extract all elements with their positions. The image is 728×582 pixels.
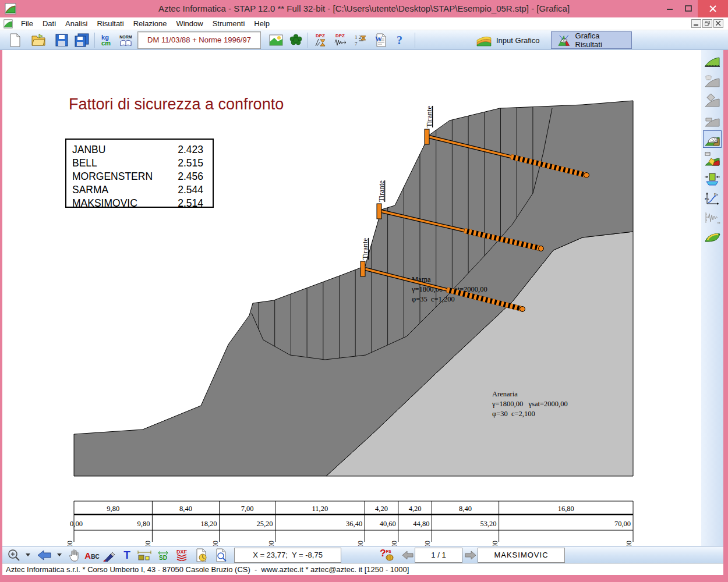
result-row: SARMA2.544 — [72, 183, 203, 197]
method-name: MORGENSTERN — [72, 170, 153, 183]
water-icon — [704, 113, 720, 127]
back-arrow-icon — [37, 549, 52, 562]
units-button[interactable]: kgcm — [98, 33, 114, 48]
menu-item-help[interactable]: Help — [249, 17, 274, 30]
critical-surface-icon — [704, 230, 720, 244]
minimize-button[interactable] — [660, 0, 679, 17]
menu-item-strumenti[interactable]: Strumenti — [208, 17, 250, 30]
menu-item-dati[interactable]: Dati — [38, 17, 61, 30]
result-row: BELL2.515 — [72, 157, 203, 170]
font-icon: ABC — [84, 551, 99, 560]
stratigraphy-icon — [704, 74, 720, 88]
soil-label-props: γ=1800,00 γsat=2000,00 — [492, 400, 568, 408]
grafica-risultati-icon — [557, 34, 571, 47]
view-ea-fs-diagram-button[interactable]: Ea Fs — [703, 190, 722, 207]
view-loads-button[interactable] — [703, 92, 722, 109]
ruler-tick-label: ,00 — [211, 541, 220, 546]
ruler-width-label: 9,80 — [107, 505, 119, 513]
fs-query-button[interactable]: ?FS — [379, 548, 395, 563]
save-all-button[interactable] — [74, 33, 90, 48]
new-file-button[interactable] — [7, 33, 23, 48]
view-water-button[interactable] — [703, 112, 722, 129]
dpz-static-button[interactable]: DPZ — [312, 33, 328, 48]
view-stratigraphy-button[interactable] — [703, 72, 722, 90]
svg-text:W: W — [375, 35, 382, 43]
open-folder-icon — [31, 33, 46, 47]
text-button[interactable]: T — [119, 548, 135, 563]
fs-query-icon: ?FS — [380, 549, 393, 561]
view-slices-button[interactable] — [703, 150, 722, 168]
pan-button[interactable] — [66, 548, 83, 563]
image-export-button[interactable] — [268, 33, 284, 48]
norm-button[interactable]: NORM — [118, 33, 134, 48]
loads-icon — [704, 94, 720, 108]
save-button[interactable] — [54, 33, 70, 48]
menu-item-analisi[interactable]: Analisi — [61, 17, 92, 30]
text-icon: T — [123, 549, 130, 562]
mdi-window-controls — [691, 19, 723, 28]
anchor-tip — [520, 307, 525, 312]
mdi-minimize-button[interactable] — [691, 19, 701, 28]
calc-options-button[interactable]: 1 2 7 — [353, 33, 369, 48]
mdi-restore-button[interactable] — [702, 19, 712, 28]
grafica-risultati-button[interactable]: Grafica Risultati — [551, 31, 632, 49]
safety-factors-table: JANBU2.423BELL2.515MORGENSTERN2.456SARMA… — [65, 139, 214, 208]
view-slip-surface-button[interactable] — [703, 130, 722, 148]
back-view-dropdown[interactable] — [57, 553, 62, 556]
sd-icon: SD — [158, 551, 168, 560]
next-surface-button[interactable] — [462, 548, 479, 563]
tirante-label: Tirante — [377, 180, 386, 202]
open-file-button[interactable] — [30, 33, 47, 48]
dimension-button[interactable] — [136, 548, 153, 563]
menu-item-relazione[interactable]: Relazione — [129, 17, 172, 30]
grafica-risultati-label: Grafica Risultati — [575, 31, 625, 49]
safety-factor-value: 2.456 — [178, 170, 203, 183]
font-button[interactable]: ABC — [84, 548, 100, 563]
ruler-tick-label: ,00 — [390, 541, 398, 546]
save-all-icon — [75, 33, 90, 47]
help-button[interactable]: ? — [391, 33, 408, 48]
zoom-dropdown[interactable] — [26, 553, 30, 556]
view-profile-button[interactable] — [703, 52, 722, 70]
result-row: JANBU2.423 — [72, 143, 203, 157]
input-grafico-icon — [476, 34, 492, 47]
input-grafico-button[interactable]: Input Grafico — [471, 31, 545, 49]
view-critical-surface-button[interactable] — [703, 228, 722, 246]
vegetation-button[interactable] — [288, 33, 304, 48]
ruler-tick-label: ,00 — [66, 541, 74, 546]
view-seismic-button[interactable] — [703, 210, 722, 227]
maximize-button[interactable] — [679, 0, 698, 17]
close-button[interactable] — [698, 0, 728, 17]
right-toolbar: Ea Fs — [701, 50, 723, 546]
anchor-tip — [584, 173, 589, 178]
ruler-cumulative-label: 0,00 — [70, 520, 83, 528]
ruler-cumulative-label: 53,20 — [480, 520, 496, 528]
ruler-cumulative-label: 25,20 — [256, 520, 273, 528]
print-setup-button[interactable] — [193, 548, 210, 563]
mdi-close-button[interactable] — [713, 19, 723, 28]
view-anchors-button[interactable] — [703, 170, 722, 187]
prev-surface-button[interactable] — [400, 548, 416, 563]
print-preview-button[interactable] — [213, 548, 229, 563]
sd-export-button[interactable]: SD — [155, 548, 171, 563]
drawing-canvas[interactable]: Marnaγ=1800,00 γsat=2000,00φ=35 c=1,200A… — [2, 50, 701, 546]
back-view-button[interactable] — [36, 548, 52, 563]
zoom-button[interactable] — [6, 548, 22, 563]
menu-item-risultati[interactable]: Risultati — [92, 17, 128, 30]
tree-icon — [289, 33, 303, 47]
color-button[interactable] — [101, 548, 118, 563]
report-word-button[interactable]: W — [373, 33, 389, 48]
ruler-width-label: 11,20 — [312, 505, 328, 513]
ruler-cumulative-label: 9,80 — [137, 520, 150, 528]
dpz-dynamic-button[interactable]: DPZ — [332, 33, 348, 48]
menu-item-window[interactable]: Window — [171, 17, 207, 30]
slip-surface-icon — [704, 132, 720, 147]
norm-selection-field[interactable]: DM 11/03/88 + Norme 1996/97 — [137, 31, 261, 49]
dxf-export-button[interactable]: DXF — [174, 548, 190, 563]
method-name: MAKSIMOVIC — [72, 197, 137, 210]
save-icon — [55, 34, 68, 47]
ruler-tick-label: ,00 — [423, 541, 432, 546]
menu-item-file[interactable]: File — [16, 17, 38, 30]
prev-arrow-icon — [401, 550, 414, 560]
anchor-head-plate — [361, 261, 365, 276]
